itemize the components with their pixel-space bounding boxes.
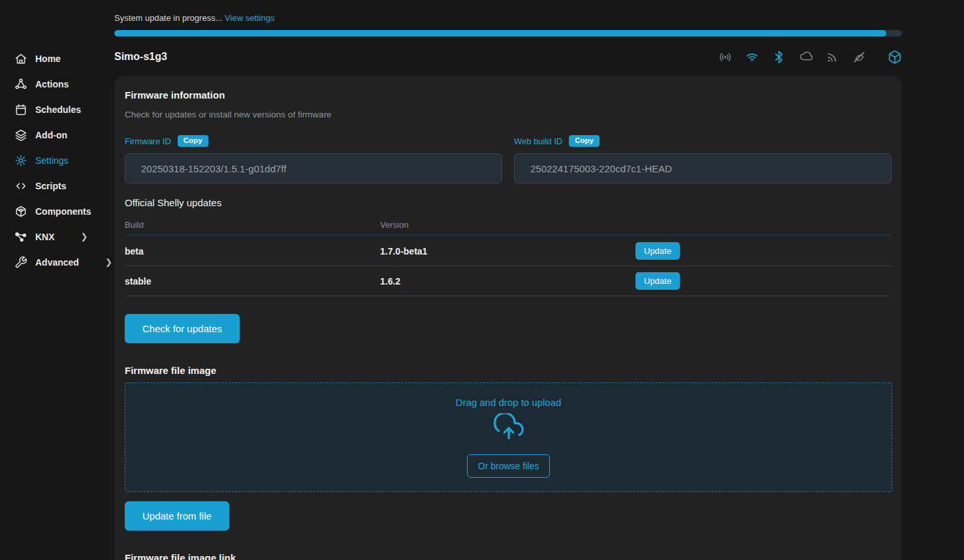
sidebar-item-actions[interactable]: Actions: [0, 71, 104, 97]
check-for-updates-button[interactable]: Check for updates: [125, 314, 240, 343]
id-fields-row: Firmware ID Copy 20250318-152203/1.5.1-g…: [125, 134, 892, 183]
layers-icon: [14, 129, 27, 142]
version-cell: 1.6.2: [380, 276, 635, 287]
actions-icon: [14, 78, 27, 91]
gear-icon: [14, 154, 27, 167]
table-row: beta 1.7.0-beta1 Update: [125, 236, 892, 266]
dropzone-text: Drag and drop to upload: [456, 397, 562, 408]
web-build-id-copy-button[interactable]: Copy: [569, 135, 600, 147]
column-header-build: Build: [125, 220, 380, 230]
updates-table: Build Version beta 1.7.0-beta1 Update st…: [125, 215, 892, 296]
chevron-right-icon: ❯: [81, 232, 88, 241]
update-stable-button[interactable]: Update: [635, 272, 680, 290]
firmware-id-copy-button[interactable]: Copy: [178, 135, 208, 147]
sidebar-item-knx[interactable]: KNX ❯: [0, 224, 104, 249]
update-beta-button[interactable]: Update: [635, 242, 680, 260]
home-icon: [14, 52, 27, 65]
sidebar-item-label: Schedules: [35, 104, 81, 115]
code-icon: [14, 179, 27, 193]
main-content: System update in progress... View settin…: [104, 0, 964, 560]
version-cell: 1.7.0-beta1: [380, 246, 635, 257]
build-cell: stable: [125, 276, 380, 287]
sidebar-item-label: Scripts: [35, 181, 66, 191]
feature-disabled-icon[interactable]: [852, 50, 866, 64]
status-icon-bar: [718, 50, 902, 64]
sidebar-item-label: Settings: [35, 155, 69, 166]
view-settings-link[interactable]: View settings: [225, 13, 274, 23]
update-progress-fill: [114, 30, 886, 37]
file-dropzone[interactable]: Drag and drop to upload Or browse files: [125, 382, 892, 492]
firmware-info-title: Firmware information: [125, 89, 892, 101]
sidebar-item-label: Advanced: [35, 257, 79, 268]
web-build-id-value[interactable]: 250224175003-220cd7c1-HEAD: [514, 153, 892, 183]
firmware-id-field-group: Firmware ID Copy 20250318-152203/1.5.1-g…: [125, 134, 502, 183]
web-build-id-label: Web build ID: [514, 136, 562, 146]
knx-network-icon: [14, 230, 27, 243]
sidebar-item-scripts[interactable]: Scripts: [0, 173, 104, 198]
updates-table-header: Build Version: [125, 215, 892, 234]
components-cube-icon: [14, 205, 27, 218]
access-point-icon[interactable]: [718, 50, 732, 64]
update-banner-message: System update in progress...: [114, 13, 222, 23]
sidebar-item-label: Actions: [35, 79, 69, 89]
update-from-file-button[interactable]: Update from file: [125, 501, 229, 531]
firmware-card: Firmware information Check for updates o…: [114, 76, 902, 560]
sidebar: Home Actions Schedules Add-on Settings: [0, 0, 104, 560]
sidebar-item-components[interactable]: Components: [0, 198, 104, 224]
device-header: Simo-s1g3: [114, 46, 902, 67]
sidebar-item-schedules[interactable]: Schedules: [0, 97, 104, 122]
table-row: stable 1.6.2 Update: [125, 266, 892, 296]
firmware-id-value[interactable]: 20250318-152203/1.5.1-g01dd7ff: [125, 153, 502, 183]
sidebar-item-home[interactable]: Home: [0, 46, 104, 71]
updates-table-title: Official Shelly updates: [125, 197, 892, 208]
app-root: Home Actions Schedules Add-on Settings: [0, 0, 964, 560]
mqtt-rss-icon[interactable]: [825, 50, 839, 64]
wifi-icon[interactable]: [745, 50, 759, 64]
firmware-file-image-title: Firmware file image: [125, 365, 892, 376]
cloud-upload-icon: [494, 413, 524, 445]
sidebar-item-label: Add-on: [35, 130, 67, 140]
firmware-cube-icon[interactable]: [888, 50, 902, 64]
bluetooth-icon[interactable]: [771, 50, 786, 64]
web-build-id-field-group: Web build ID Copy 250224175003-220cd7c1-…: [514, 134, 892, 183]
firmware-info-subtitle: Check for updates or install new version…: [125, 110, 892, 119]
device-name: Simo-s1g3: [114, 51, 167, 63]
calendar-icon: [14, 103, 27, 116]
column-header-version: Version: [380, 220, 892, 230]
firmware-id-label: Firmware ID: [125, 136, 171, 146]
build-cell: beta: [125, 246, 380, 257]
browse-files-button[interactable]: Or browse files: [467, 454, 550, 478]
update-banner: System update in progress... View settin…: [114, 0, 964, 23]
sidebar-item-label: KNX: [35, 232, 55, 242]
sidebar-item-advanced[interactable]: Advanced ❯: [0, 249, 104, 275]
cloud-icon[interactable]: [798, 50, 812, 64]
update-progress-bar: [114, 30, 902, 37]
wrench-icon: [14, 256, 27, 269]
firmware-link-title: Firmware file image link: [125, 552, 892, 560]
sidebar-item-settings[interactable]: Settings: [0, 148, 104, 173]
sidebar-item-label: Components: [35, 206, 91, 217]
sidebar-item-add-on[interactable]: Add-on: [0, 122, 104, 148]
sidebar-item-label: Home: [35, 54, 61, 64]
